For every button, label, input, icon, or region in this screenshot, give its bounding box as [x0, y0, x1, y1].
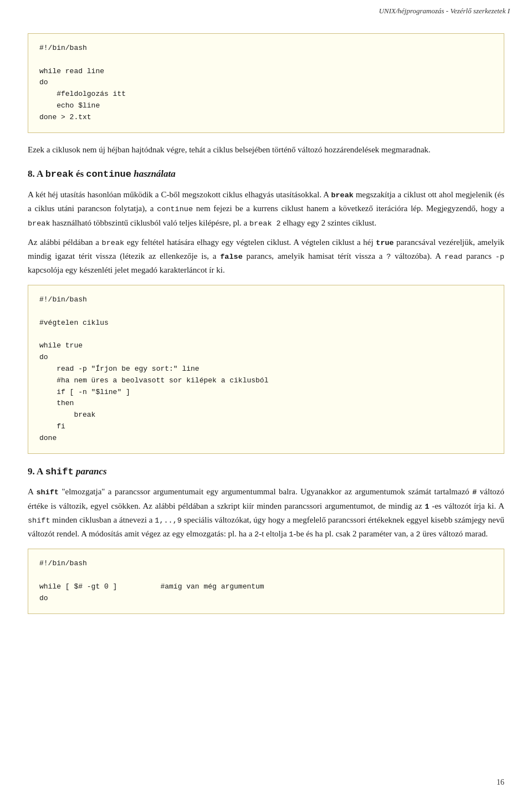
- paragraph-2: A két héj utasítás hasonlóan működik a C…: [28, 188, 504, 230]
- section-9-heading: 9. A shift parancs: [28, 465, 504, 479]
- paragraph-1: Ezek a ciklusok nem új héjban hajtódnak …: [28, 143, 504, 157]
- page-number: 16: [497, 778, 504, 787]
- code-block-3: #!/bin/bash while [ $# -gt 0 ] #amíg van…: [28, 549, 504, 613]
- code-block-1: #!/bin/bash while read line do #feldolgo…: [28, 33, 504, 133]
- section-8-heading: 8. A break és continue használata: [28, 167, 504, 181]
- page-header: UNIX/héjprogramozás - Vezérlő szerkezete…: [0, 0, 532, 20]
- header-title: UNIX/héjprogramozás - Vezérlő szerkezete…: [379, 7, 510, 15]
- paragraph-3: Az alábbi példában a break egy feltétel …: [28, 236, 504, 277]
- code-block-2: #!/bin/bash #végtelen ciklus while true …: [28, 285, 504, 453]
- page-content: #!/bin/bash while read line do #feldolgo…: [0, 20, 532, 657]
- paragraph-4: A shift "elmozgatja" a parancssor argume…: [28, 485, 504, 541]
